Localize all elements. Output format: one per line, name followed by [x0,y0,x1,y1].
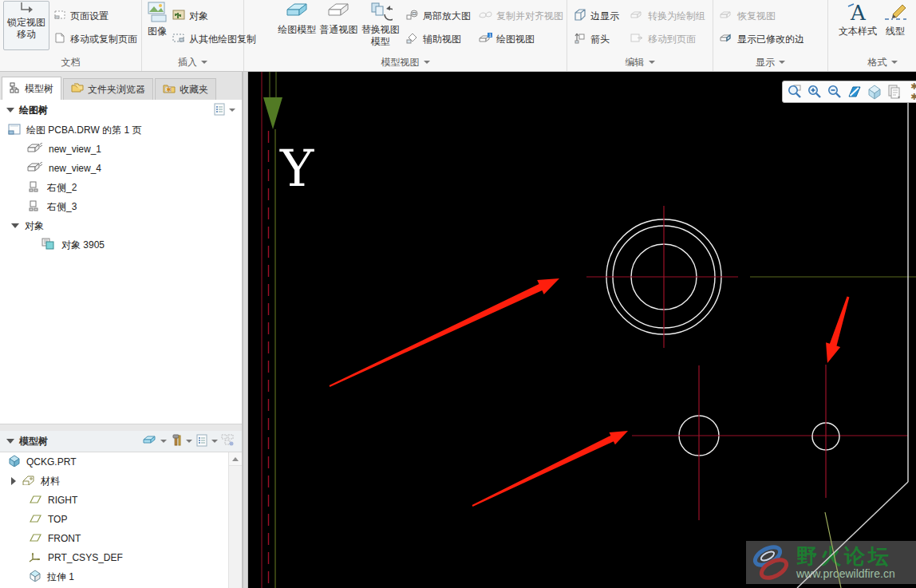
svg-text:✱: ✱ [166,86,172,93]
view-icon [27,162,43,176]
tree-item-new-view-4[interactable]: new_view_4 [0,159,242,178]
ole-object-icon [41,238,56,252]
group-label-edit: 编辑 [567,53,713,71]
tree-item-material[interactable]: 材料 [0,472,242,491]
general-view-button[interactable]: 普通视图 [318,1,359,37]
zoom-region-button[interactable] [787,82,803,101]
datum-arrow-head[interactable] [263,97,282,129]
model-tree-scrollbar[interactable] [228,452,242,588]
tree-settings-caret-icon[interactable] [211,440,218,443]
convert-to-draft-group-button[interactable]: 转换为绘制组 [630,8,705,24]
tree-item-right-2[interactable]: 右侧_2 [0,178,242,197]
zoom-out-button[interactable] [827,82,843,101]
tab-model-tree[interactable]: 模型树 [2,77,61,100]
drawing-view-button[interactable]: 1 绘图视图 [479,31,563,47]
model-tree-header: 模型树 [0,431,242,452]
tree-item-object-3905[interactable]: 对象 3905 [0,235,242,255]
tab-folder-browser[interactable]: 文件夹浏览器 [63,78,153,100]
tree-item-extrude[interactable]: 拉伸 1 [0,567,242,586]
group-caret-icon [891,61,898,64]
drawing-tree-header: 绘图树 [0,100,242,120]
move-copy-page-button[interactable]: 移动或复制页面 [54,31,137,47]
tree-settings-caret-icon[interactable] [229,109,235,112]
panel-canvas-splitter[interactable] [243,72,248,588]
tree-item-front-plane[interactable]: FRONT [0,529,242,548]
datum-axis-diagonal[interactable] [825,512,841,588]
tree-item-part[interactable]: QCKG.PRT [0,452,242,472]
tree-tools-icon[interactable] [170,434,183,449]
view-toolbar: ✱✱ [782,81,916,103]
detailed-view-button[interactable]: 局部放大图 [406,8,471,24]
show-modified-edges-button[interactable]: 显示已修改的边 [720,31,804,47]
tree-item-right-plane[interactable]: RIGHT [0,491,242,510]
tree-filter-caret-icon[interactable] [160,440,167,443]
tab-favorites[interactable]: ✱ 收藏夹 [155,78,216,100]
move-to-page-icon [630,33,644,45]
lock-view-move-button[interactable]: 锁定视图移动 [3,1,49,50]
edge-display-button[interactable]: 边显示 [574,8,619,24]
tree-item-right-3[interactable]: 右侧_3 [0,197,242,216]
move-to-page-button[interactable]: 移动到页面 [630,31,705,47]
object-icon [172,10,185,22]
tree-node-objects-label: 对象 [25,219,44,233]
copy-align-view-button[interactable]: 复制并对齐视图 [479,8,563,24]
tree-item-sheet[interactable]: 绘图 PCBA.DRW 的第 1 页 [0,120,242,140]
tree-filter-icon[interactable] [143,435,157,448]
tree-settings-icon[interactable] [195,434,208,449]
line-style-button[interactable]: 线型 [879,1,911,38]
show-hide-icon[interactable] [221,434,235,449]
detailed-view-icon [406,10,419,23]
saved-views-button[interactable] [886,82,902,101]
arrows-icon [574,32,586,46]
tree-settings-icon[interactable] [213,103,226,118]
arrows-button[interactable]: 箭头 [574,31,619,47]
text-style-button[interactable]: A 文本样式 [836,1,879,38]
datum-plane-icon [29,532,42,545]
tree-tools-caret-icon[interactable] [186,440,192,443]
line-style-icon [883,2,907,25]
move-to-page-label: 移动到页面 [648,33,696,46]
repaint-button[interactable] [847,82,863,101]
image-icon [146,2,168,25]
collapse-icon[interactable] [6,439,14,444]
tree-item-new-view-1[interactable]: new_view_1 [0,140,242,159]
image-button[interactable]: 图像 [145,1,169,38]
model-tree: QCKG.PRT 材料 RIGHT TOP [0,452,242,588]
tree-item-csys[interactable]: PRT_CSYS_DEF [0,548,242,567]
replace-view-model-button[interactable]: 替换视图模型 [360,1,401,48]
tab-model-tree-label: 模型树 [25,82,53,96]
tree-node-objects[interactable]: 对象 [0,216,242,235]
resume-view-button[interactable]: 恢复视图 [720,8,804,24]
group-label-insert: 插入 [142,53,243,71]
tab-folder-browser-label: 文件夹浏览器 [88,83,145,97]
replace-view-model-icon [369,2,393,23]
part-edge-chamfer[interactable] [797,482,908,588]
drawing-models-button[interactable]: 绘图模型 [276,1,318,37]
group-caret-icon [649,61,655,64]
auxiliary-view-button[interactable]: 辅助视图 [406,31,471,47]
tree-item-object-3905-label: 对象 3905 [61,239,105,252]
scroll-up-button[interactable] [229,452,242,466]
collapse-icon[interactable] [6,108,14,112]
drawing-sheet[interactable]: Y [243,72,916,588]
tree-item-top-plane[interactable]: TOP [0,510,242,529]
annotation-arrow-2 [472,431,628,507]
tree-item-extrude-label: 拉伸 1 [47,570,74,584]
tree-item-front-plane-label: FRONT [48,533,81,544]
page-setup-button[interactable]: 页面设置 [54,8,137,24]
tab-favorites-label: 收藏夹 [180,83,208,97]
datum-plane-icon [29,494,42,507]
folder-browser-icon [71,83,84,96]
panel-splitter[interactable] [0,424,242,431]
auxiliary-view-icon [406,33,419,46]
scroll-up-icon [232,457,239,461]
zoom-in-button[interactable] [807,82,823,101]
expander-icon[interactable] [11,223,19,228]
drawing-canvas[interactable]: 野火论坛 www.proewildfire.cn Y [243,72,916,588]
text-style-icon: A [846,2,870,25]
display-style-button[interactable] [866,82,882,101]
general-view-label: 普通视图 [319,24,357,35]
copy-align-view-label: 复制并对齐视图 [496,10,563,23]
resume-view-label: 恢复视图 [737,10,776,23]
expander-icon[interactable] [11,477,16,485]
